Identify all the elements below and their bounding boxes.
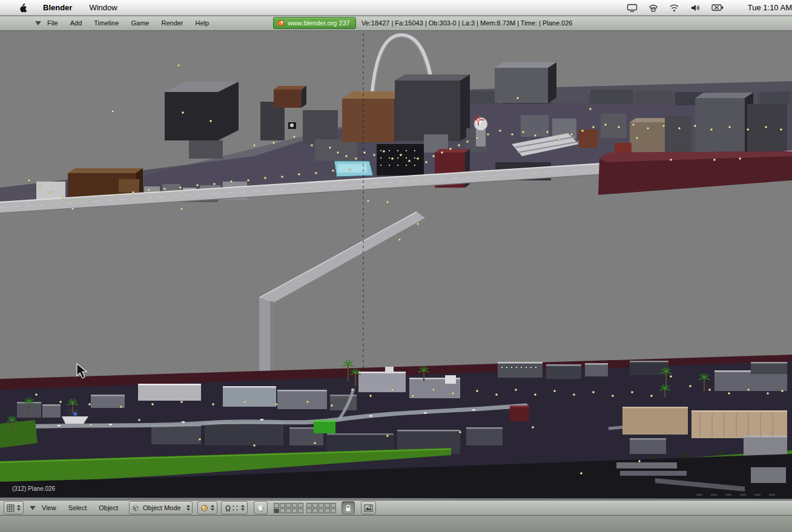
- display-icon[interactable]: [627, 4, 638, 12]
- phone-icon[interactable]: [648, 4, 658, 12]
- volume-icon[interactable]: [690, 4, 701, 12]
- 3d-viewport[interactable]: [0, 31, 792, 500]
- header-stats: Ve:18427 | Fa:15043 | Ob:303-0 | La:3 | …: [361, 19, 573, 27]
- spinner-arrows-icon: [241, 505, 245, 511]
- blender-top-header: File Add Timeline Game Render Help www.b…: [0, 15, 792, 31]
- spinner-arrows-icon: [211, 505, 214, 511]
- layer-toggle[interactable]: [331, 508, 336, 513]
- menu-window[interactable]: Window: [89, 3, 117, 12]
- image-icon: [364, 504, 373, 512]
- pivot-dropdown[interactable]: [221, 501, 248, 514]
- layer-toggle[interactable]: [280, 508, 285, 513]
- app-menu-title[interactable]: Blender: [43, 3, 72, 12]
- macos-menubar: Blender Window Tue 1:10 AM: [0, 0, 792, 16]
- lock-icon: [345, 504, 352, 512]
- layer-toggle[interactable]: [325, 508, 330, 513]
- menu-help[interactable]: Help: [190, 19, 216, 27]
- layer-toggle[interactable]: [292, 508, 297, 513]
- render-preview-button[interactable]: [361, 501, 376, 514]
- menu-timeline[interactable]: Timeline: [88, 19, 125, 27]
- mouse-cursor: [77, 364, 87, 378]
- layer-toggle[interactable]: [274, 508, 279, 513]
- layer-toggle[interactable]: [306, 503, 312, 508]
- mode-label: Object Mode: [142, 504, 182, 511]
- spinner-arrows-icon: [17, 505, 21, 511]
- pivot-point-icon: [224, 504, 232, 512]
- spinner-arrows-icon: [186, 505, 190, 511]
- highway-ramp: [259, 212, 425, 375]
- layer-toggle[interactable]: [318, 503, 324, 508]
- layer-toggle[interactable]: [312, 508, 318, 513]
- layer-toggle[interactable]: [298, 503, 303, 508]
- menu-object[interactable]: Object: [93, 504, 124, 511]
- menu-add[interactable]: Add: [64, 19, 88, 27]
- lower-city: [0, 355, 792, 499]
- layer-toggle[interactable]: [331, 503, 336, 508]
- window-bottom-edge: [0, 516, 792, 532]
- layer-toggle[interactable]: [286, 508, 291, 513]
- mode-dropdown[interactable]: Object Mode: [129, 501, 193, 514]
- viewport-header: View Select Object Object Mode: [0, 500, 792, 516]
- layer-toggle[interactable]: [298, 508, 303, 513]
- upper-city: [0, 33, 792, 375]
- menu-game[interactable]: Game: [125, 19, 155, 27]
- wifi-icon[interactable]: [669, 4, 679, 12]
- lock-button[interactable]: [342, 501, 355, 514]
- editor-type-button[interactable]: [4, 501, 24, 514]
- menu-select[interactable]: Select: [62, 504, 93, 511]
- grid-editor-icon: [7, 504, 15, 512]
- 3d-viewport-scene[interactable]: [0, 31, 792, 500]
- menu-render[interactable]: Render: [155, 19, 189, 27]
- header-collapse-icon[interactable]: [35, 21, 41, 25]
- layer-toggle[interactable]: [274, 503, 279, 508]
- layer-toggle[interactable]: [286, 503, 291, 508]
- apple-menu[interactable]: [18, 3, 27, 13]
- layer-toggle[interactable]: [325, 503, 330, 508]
- apple-icon: [18, 3, 27, 13]
- layer-toggle[interactable]: [292, 503, 297, 508]
- shading-sphere-icon: [200, 504, 208, 512]
- layer-toggle[interactable]: [306, 508, 312, 513]
- snap-dots-icon: [232, 505, 239, 511]
- menu-file[interactable]: File: [41, 19, 64, 27]
- version-text: www.blender.org 237: [288, 19, 350, 27]
- manipulator-hand-button[interactable]: [254, 501, 268, 514]
- menu-view[interactable]: View: [36, 504, 62, 511]
- layer-buttons: [274, 503, 337, 513]
- hand-icon: [257, 504, 265, 512]
- menubar-status-icons: [627, 4, 724, 12]
- layer-toggle[interactable]: [318, 508, 324, 513]
- viewport-info-text: (312) Plane.026: [12, 485, 55, 492]
- menubar-clock[interactable]: Tue 1:10 AM: [748, 3, 792, 12]
- draw-type-dropdown[interactable]: [197, 501, 217, 514]
- version-box[interactable]: www.blender.org 237: [273, 17, 356, 29]
- footer-collapse-icon[interactable]: [30, 506, 36, 510]
- battery-icon[interactable]: [711, 4, 724, 11]
- layer-toggle[interactable]: [312, 503, 318, 508]
- layer-toggle[interactable]: [280, 503, 285, 508]
- blender-window: { "menubar": { "app_name": "Blender", "m…: [0, 0, 792, 532]
- blender-logo-icon: [276, 19, 285, 27]
- object-mode-icon: [132, 504, 139, 511]
